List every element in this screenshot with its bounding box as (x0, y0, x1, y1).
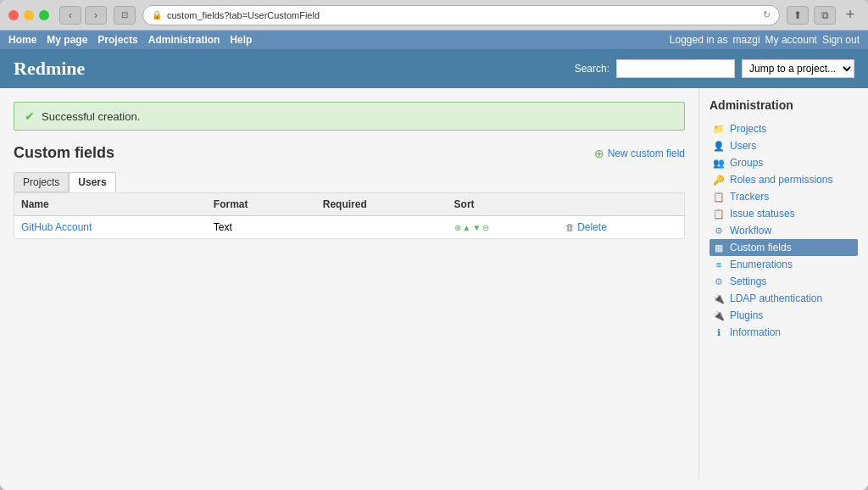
sort-down-icon[interactable]: ▼ (472, 223, 481, 232)
sidebar-item-plugins[interactable]: 🔌 Plugins (709, 307, 858, 324)
user-area: Logged in as mazgi My account Sign out (670, 34, 860, 46)
sign-out-link[interactable]: Sign out (822, 34, 860, 46)
sort-up-icon[interactable]: ▲ (463, 223, 471, 232)
sidebar-label-roles: Roles and permissions (730, 174, 832, 186)
page-header: Custom fields ⊕ New custom field (14, 144, 685, 162)
browser-titlebar: ‹ › ⊡ 🔒 custom_fields?tab=UserCustomFiel… (0, 0, 868, 31)
top-nav-links: Home My page Projects Administration Hel… (8, 34, 252, 46)
nav-home[interactable]: Home (8, 34, 36, 46)
sidebar-item-settings[interactable]: ⚙ Settings (709, 273, 858, 290)
field-sort: ⊕ ▲ ▼ ⊖ (448, 216, 559, 239)
checkmark-icon: ✔ (25, 109, 35, 123)
reader-view-button[interactable]: ⊡ (114, 6, 136, 25)
delete-label: Delete (577, 221, 607, 233)
enumerations-icon: ≡ (713, 259, 725, 270)
jump-to-project-select[interactable]: Jump to a project... (742, 59, 854, 78)
minimize-button[interactable] (24, 10, 34, 20)
close-button[interactable] (8, 10, 19, 20)
search-label: Search: (575, 63, 609, 75)
sidebar-label-settings: Settings (730, 276, 766, 287)
search-input[interactable] (616, 59, 735, 78)
success-message: Successful creation. (42, 110, 140, 123)
content-wrapper: ✔ Successful creation. Custom fields ⊕ N… (0, 88, 868, 479)
nav-mypage[interactable]: My page (47, 34, 87, 46)
sidebar-label-custom-fields: Custom fields (730, 242, 792, 253)
delete-button[interactable]: 🗑 Delete (565, 221, 677, 233)
groups-icon: 👥 (713, 157, 725, 169)
col-actions (559, 193, 684, 216)
sidebar-label-information: Information (730, 326, 781, 338)
trackers-icon: 📋 (713, 191, 725, 203)
field-name-link[interactable]: GitHub Account (21, 221, 92, 233)
plus-icon: ⊕ (594, 147, 604, 160)
sidebar-item-roles[interactable]: 🔑 Roles and permissions (709, 171, 858, 188)
ldap-icon: 🔌 (713, 292, 725, 304)
forward-button[interactable]: › (85, 6, 107, 25)
sidebar-item-users[interactable]: 👤 Users (709, 137, 858, 154)
sidebar-item-issue-statuses[interactable]: 📋 Issue statuses (709, 205, 858, 222)
browser-window: ‹ › ⊡ 🔒 custom_fields?tab=UserCustomFiel… (0, 0, 868, 490)
share-button[interactable]: ⬆ (787, 6, 809, 25)
search-area: Search: Jump to a project... (575, 59, 854, 78)
new-custom-field-link[interactable]: ⊕ New custom field (594, 147, 685, 160)
sidebar-item-projects[interactable]: 📁 Projects (709, 120, 858, 137)
app-logo: Redmine (14, 58, 85, 80)
sidebar-item-trackers[interactable]: 📋 Trackers (709, 188, 858, 205)
duplicate-button[interactable]: ⧉ (814, 6, 836, 25)
tabs-container: Projects Users (14, 172, 685, 192)
url-display: custom_fields?tab=UserCustomField (167, 10, 320, 20)
sidebar-item-custom-fields[interactable]: ▦ Custom fields (709, 239, 858, 256)
app-container: Home My page Projects Administration Hel… (0, 31, 868, 490)
username-link[interactable]: mazgi (733, 34, 760, 46)
settings-icon: ⚙ (713, 276, 725, 287)
page-title: Custom fields (14, 144, 114, 162)
new-tab-button[interactable]: + (841, 6, 860, 25)
sidebar-item-ldap[interactable]: 🔌 LDAP authentication (709, 290, 858, 307)
sidebar-item-groups[interactable]: 👥 Groups (709, 154, 858, 171)
users-icon: 👤 (713, 140, 725, 152)
projects-icon: 📁 (713, 123, 725, 135)
new-link-label: New custom field (608, 148, 685, 159)
lock-icon: 🔒 (152, 10, 162, 19)
table-row: GitHub Account Text ⊕ ▲ ▼ ⊖ (14, 216, 685, 239)
back-button[interactable]: ‹ (59, 6, 81, 25)
reload-button[interactable]: ↻ (763, 9, 771, 20)
roles-icon: 🔑 (713, 174, 725, 186)
sidebar-item-workflow[interactable]: ⚙ Workflow (709, 222, 858, 239)
col-name: Name (14, 193, 207, 216)
field-required (316, 216, 448, 239)
traffic-lights (8, 10, 49, 20)
nav-projects[interactable]: Projects (97, 34, 137, 46)
main-content: ✔ Successful creation. Custom fields ⊕ N… (0, 88, 698, 479)
app-header: Redmine Search: Jump to a project... (0, 49, 868, 88)
maximize-button[interactable] (39, 10, 49, 20)
col-format: Format (207, 193, 316, 216)
sidebar-label-ldap: LDAP authentication (730, 292, 822, 304)
tab-users[interactable]: Users (69, 172, 115, 192)
nav-help[interactable]: Help (230, 34, 252, 46)
sidebar-label-groups: Groups (730, 157, 763, 169)
nav-administration[interactable]: Administration (148, 34, 220, 46)
information-icon: ℹ (713, 326, 725, 338)
col-sort: Sort (448, 193, 559, 216)
tab-projects[interactable]: Projects (14, 172, 69, 192)
sort-up-max-icon[interactable]: ⊕ (454, 223, 461, 232)
sidebar-title: Administration (709, 98, 858, 112)
sidebar-label-users: Users (730, 140, 756, 152)
sidebar-label-workflow: Workflow (730, 225, 771, 237)
col-required: Required (316, 193, 448, 216)
sidebar-item-enumerations[interactable]: ≡ Enumerations (709, 256, 858, 273)
sort-down-max-icon[interactable]: ⊖ (482, 223, 489, 232)
sidebar-label-enumerations: Enumerations (730, 259, 793, 270)
issue-statuses-icon: 📋 (713, 208, 725, 220)
plugins-icon: 🔌 (713, 309, 725, 321)
field-format: Text (207, 216, 316, 239)
sidebar-item-information[interactable]: ℹ Information (709, 324, 858, 341)
top-navigation: Home My page Projects Administration Hel… (0, 31, 868, 49)
workflow-icon: ⚙ (713, 225, 725, 237)
address-bar[interactable]: 🔒 custom_fields?tab=UserCustomField ↻ (142, 5, 780, 25)
success-banner: ✔ Successful creation. (14, 102, 685, 131)
trash-icon: 🗑 (565, 222, 575, 232)
my-account-link[interactable]: My account (765, 34, 817, 46)
sidebar-label-issue-statuses: Issue statuses (730, 208, 795, 220)
